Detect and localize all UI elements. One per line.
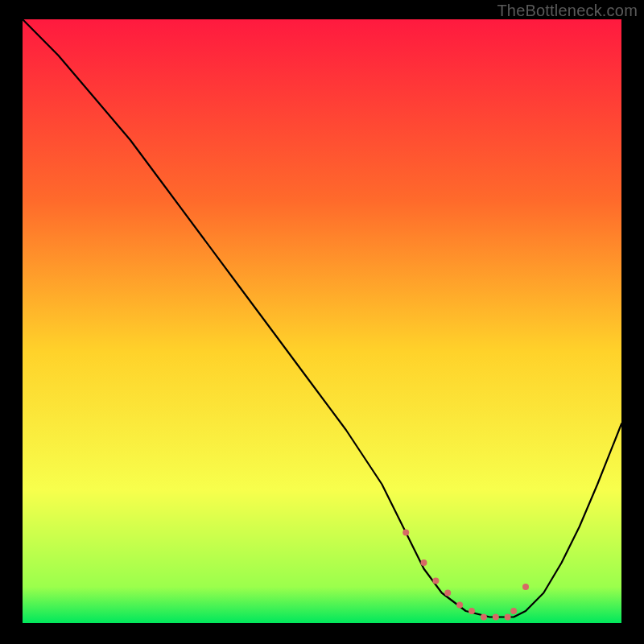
marker-dot: [421, 559, 427, 566]
plot-area: [23, 19, 621, 623]
marker-dot: [481, 614, 487, 621]
marker-dot: [432, 578, 439, 584]
background-gradient: [23, 19, 621, 623]
marker-dot: [469, 608, 475, 614]
marker-dot: [510, 608, 517, 614]
chart-svg: [23, 19, 621, 623]
marker-dot: [505, 614, 511, 621]
marker-dot: [522, 584, 529, 590]
marker-dot: [402, 530, 409, 536]
chart-container: TheBottleneck.com: [0, 0, 644, 644]
watermark-text: TheBottleneck.com: [497, 2, 638, 20]
marker-dot: [493, 614, 499, 621]
marker-dot: [456, 602, 463, 609]
marker-dot: [444, 590, 451, 597]
